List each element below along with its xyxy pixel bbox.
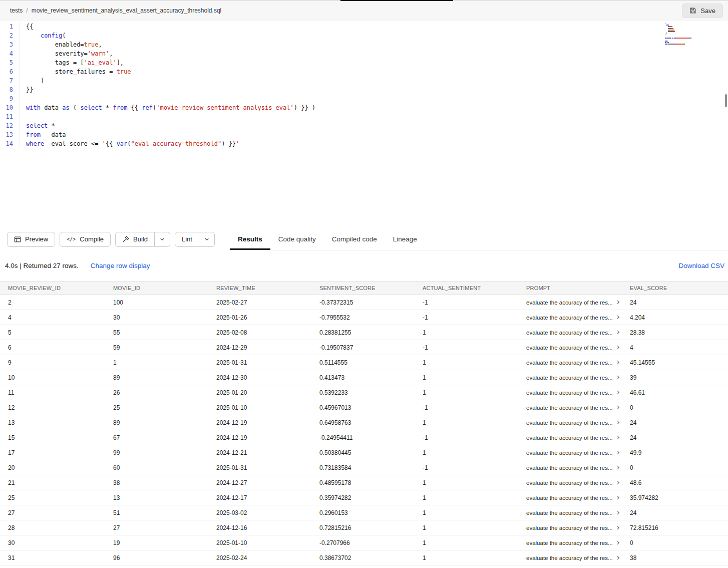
code-line[interactable]: 1{{ [0, 22, 728, 31]
prompt-cell[interactable]: evaluate the accuracy of the res... [526, 360, 630, 366]
expand-prompt-icon[interactable] [616, 361, 619, 364]
table-row: 5552025-02-080.283812551evaluate the acc… [0, 325, 728, 340]
cell: 0.50380445 [319, 449, 423, 456]
expand-prompt-icon[interactable] [616, 541, 619, 544]
cell: 1 [423, 329, 526, 336]
cell: 0.28381255 [319, 329, 423, 336]
expand-prompt-icon[interactable] [616, 421, 619, 424]
code-text: ) [20, 76, 44, 85]
preview-button[interactable]: Preview [7, 232, 55, 247]
tab-code-quality[interactable]: Code quality [270, 228, 324, 250]
tab-results[interactable]: Results [230, 228, 270, 250]
code-text: from data [20, 130, 66, 139]
expand-prompt-icon[interactable] [616, 511, 619, 514]
expand-prompt-icon[interactable] [616, 496, 619, 499]
change-row-display-link[interactable]: Change row display [91, 262, 150, 269]
expand-prompt-icon[interactable] [616, 406, 619, 409]
cell: 31 [8, 554, 113, 561]
scrollbar-thumb[interactable] [725, 94, 727, 107]
cell: 2025-01-20 [216, 389, 319, 396]
cell: 19 [113, 539, 216, 546]
prompt-cell[interactable]: evaluate the accuracy of the res... [526, 510, 630, 516]
prompt-cell[interactable]: evaluate the accuracy of the res... [526, 405, 630, 411]
column-header: MOVIE_REVIEW_ID [8, 285, 113, 291]
expand-prompt-icon[interactable] [616, 436, 619, 439]
code-editor[interactable]: 1{{2 config(3 enabled=true,4 severity='w… [0, 21, 728, 228]
prompt-cell[interactable]: evaluate the accuracy of the res... [526, 525, 630, 531]
code-line[interactable]: 12select * [0, 121, 728, 130]
expand-prompt-icon[interactable] [616, 556, 619, 559]
cell: 0.38673702 [319, 554, 423, 561]
expand-prompt-icon[interactable] [616, 346, 619, 349]
expand-prompt-icon[interactable] [616, 481, 619, 484]
expand-prompt-icon[interactable] [616, 391, 619, 394]
cell: 1 [423, 524, 526, 531]
code-line[interactable]: 2 config( [0, 31, 728, 40]
cell: 27 [113, 524, 216, 531]
tab-compiled-code[interactable]: Compiled code [324, 228, 385, 250]
code-line[interactable]: 3 enabled=true, [0, 40, 728, 49]
expand-prompt-icon[interactable] [616, 331, 619, 334]
lint-dropdown-button[interactable] [199, 232, 215, 247]
expand-prompt-icon[interactable] [616, 451, 619, 454]
save-button[interactable]: Save [682, 4, 723, 18]
expand-prompt-icon[interactable] [616, 316, 619, 319]
code-line[interactable]: 5 tags = ['ai_eval'], [0, 58, 728, 67]
cell: 2025-02-27 [216, 299, 319, 306]
cell: 12 [8, 404, 113, 411]
prompt-cell[interactable]: evaluate the accuracy of the res... [526, 435, 630, 441]
cell: 2025-01-31 [216, 464, 319, 471]
prompt-cell[interactable]: evaluate the accuracy of the res... [526, 555, 630, 561]
code-lines: 1{{2 config(3 enabled=true,4 severity='w… [0, 22, 728, 148]
breadcrumb-file[interactable]: movie_review_sentiment_analysis_eval_ass… [32, 7, 222, 14]
cell: 2 [8, 299, 113, 306]
cell: 0 [630, 539, 728, 546]
prompt-cell[interactable]: evaluate the accuracy of the res... [526, 480, 630, 486]
cell: 99 [113, 449, 216, 456]
code-line[interactable]: 10with data as ( select * from {{ ref('m… [0, 103, 728, 112]
cell: -0.24954411 [319, 434, 423, 441]
minimap[interactable] [665, 23, 721, 46]
code-text: enabled=true, [20, 40, 102, 49]
prompt-cell[interactable]: evaluate the accuracy of the res... [526, 300, 630, 306]
expand-prompt-icon[interactable] [616, 376, 619, 379]
code-line[interactable]: 7 ) [0, 76, 728, 85]
prompt-cell[interactable]: evaluate the accuracy of the res... [526, 495, 630, 501]
prompt-preview-text: evaluate the accuracy of the res... [526, 315, 613, 321]
cell: 20 [8, 464, 113, 471]
build-button[interactable]: Build [115, 232, 155, 247]
breadcrumb-folder[interactable]: tests [10, 7, 23, 14]
lint-button[interactable]: Lint [175, 232, 199, 247]
prompt-cell[interactable]: evaluate the accuracy of the res... [526, 375, 630, 381]
code-line[interactable]: 9 [0, 94, 728, 103]
tab-lineage[interactable]: Lineage [385, 228, 425, 250]
prompt-cell[interactable]: evaluate the accuracy of the res... [526, 345, 630, 351]
download-csv-link[interactable]: Download CSV [678, 262, 724, 269]
code-line[interactable]: 4 severity='warn', [0, 49, 728, 58]
cell: 26 [113, 389, 216, 396]
topbar: tests / movie_review_sentiment_analysis_… [0, 0, 728, 21]
lint-split-button: Lint [175, 232, 215, 247]
prompt-preview-text: evaluate the accuracy of the res... [526, 510, 613, 516]
prompt-cell[interactable]: evaluate the accuracy of the res... [526, 465, 630, 471]
cell: 0.45967013 [319, 404, 423, 411]
cell: 2024-12-19 [216, 434, 319, 441]
build-dropdown-button[interactable] [155, 232, 170, 247]
code-line[interactable]: 11 [0, 112, 728, 121]
code-line[interactable]: 14where eval_score <= '{{ var("eval_accu… [0, 139, 664, 148]
code-line[interactable]: 13from data [0, 130, 728, 139]
cell: -1 [423, 404, 526, 411]
prompt-cell[interactable]: evaluate the accuracy of the res... [526, 315, 630, 321]
prompt-cell[interactable]: evaluate the accuracy of the res... [526, 330, 630, 336]
prompt-cell[interactable]: evaluate the accuracy of the res... [526, 420, 630, 426]
prompt-cell[interactable]: evaluate the accuracy of the res... [526, 540, 630, 546]
prompt-cell[interactable]: evaluate the accuracy of the res... [526, 450, 630, 456]
expand-prompt-icon[interactable] [616, 526, 619, 529]
expand-prompt-icon[interactable] [616, 301, 619, 304]
cell: 39 [630, 374, 728, 381]
code-line[interactable]: 8}} [0, 85, 728, 94]
compile-button[interactable]: </> Compile [60, 232, 111, 247]
expand-prompt-icon[interactable] [616, 466, 619, 469]
prompt-cell[interactable]: evaluate the accuracy of the res... [526, 390, 630, 396]
code-line[interactable]: 6 store_failures = true [0, 67, 728, 76]
